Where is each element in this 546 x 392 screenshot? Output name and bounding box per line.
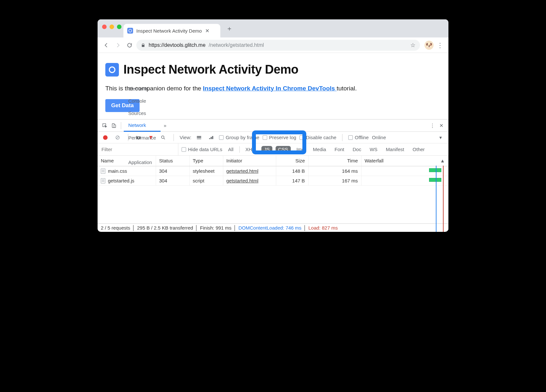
devtools-tab-application[interactable]: Application xyxy=(124,156,161,169)
profile-avatar[interactable]: 🐶 xyxy=(425,41,434,50)
filter-type-xhr[interactable]: XHR xyxy=(243,146,258,153)
status-dcl: DOMContentLoaded: 746 ms xyxy=(238,225,301,231)
status-finish: Finish: 991 ms xyxy=(200,225,232,231)
search-icon[interactable] xyxy=(159,133,168,142)
disable-cache-checkbox[interactable]: Disable cache xyxy=(299,135,336,140)
minimize-window-button[interactable] xyxy=(110,25,114,29)
bookmark-star-icon[interactable]: ☆ xyxy=(410,42,415,49)
network-filter-row: Hide data URLs AllXHRJSCSSImgMediaFontDo… xyxy=(98,143,448,156)
titlebar: Inspect Network Activity Demo ✕ ＋ xyxy=(98,19,448,37)
svg-point-7 xyxy=(138,137,139,138)
filter-type-media[interactable]: Media xyxy=(310,146,329,153)
lock-icon xyxy=(141,43,145,47)
clear-button[interactable] xyxy=(113,133,122,142)
svg-rect-11 xyxy=(197,139,201,139)
inspect-element-icon[interactable] xyxy=(100,121,109,130)
filter-type-ws[interactable]: WS xyxy=(367,146,380,153)
column-status[interactable]: Status xyxy=(156,156,189,166)
devtools-tab-console[interactable]: Console xyxy=(124,95,161,107)
close-window-button[interactable] xyxy=(102,25,107,29)
browser-window: Inspect Network Activity Demo ✕ ＋ https:… xyxy=(98,19,448,232)
svg-point-8 xyxy=(162,136,164,138)
filter-type-manifest[interactable]: Manifest xyxy=(383,146,407,153)
reload-button[interactable] xyxy=(125,40,134,50)
devtools-menu-icon[interactable]: ⋮ xyxy=(428,121,437,130)
svg-rect-4 xyxy=(114,125,116,128)
new-tab-button[interactable]: ＋ xyxy=(224,23,235,34)
window-controls xyxy=(102,25,121,29)
more-tabs-icon[interactable]: » xyxy=(161,121,170,130)
tutorial-link[interactable]: Inspect Network Activity In Chrome DevTo… xyxy=(203,85,337,92)
svg-rect-10 xyxy=(197,137,201,138)
filter-type-css[interactable]: CSS xyxy=(276,146,291,153)
filter-toggle-icon[interactable] xyxy=(146,133,155,142)
browser-tab[interactable]: Inspect Network Activity Demo ✕ xyxy=(123,24,220,37)
column-time[interactable]: Time xyxy=(308,156,361,166)
forward-button[interactable] xyxy=(113,40,123,50)
devtools-tab-elements[interactable]: Elements xyxy=(124,83,161,95)
devtools-tab-network[interactable]: Network xyxy=(124,119,161,132)
status-load: Load: 827 ms xyxy=(309,225,338,231)
capture-screenshots-icon[interactable] xyxy=(134,133,143,142)
filter-type-js[interactable]: JS xyxy=(261,146,272,153)
devtools-tab-sources[interactable]: Sources xyxy=(124,107,161,119)
svg-point-1 xyxy=(109,67,115,72)
page-logo-icon xyxy=(105,63,119,77)
overview-icon[interactable] xyxy=(207,133,216,142)
address-bar[interactable]: https://devtools.glitch.me/network/getst… xyxy=(136,40,420,51)
url-path: /network/getstarted.html xyxy=(209,42,264,48)
devtools-close-icon[interactable]: ✕ xyxy=(437,121,446,130)
view-label: View: xyxy=(180,135,191,140)
browser-toolbar: https://devtools.glitch.me/network/getst… xyxy=(98,37,448,53)
offline-checkbox[interactable]: Offline xyxy=(348,135,369,140)
devtools-panel: ElementsConsoleSourcesNetworkPerformance… xyxy=(98,119,448,232)
svg-rect-13 xyxy=(211,137,212,139)
tab-close-button[interactable]: ✕ xyxy=(205,28,209,34)
file-icon xyxy=(101,178,105,183)
filter-type-img[interactable]: Img xyxy=(294,146,307,153)
tab-favicon-icon xyxy=(127,28,133,34)
large-rows-icon[interactable] xyxy=(194,133,204,142)
svg-rect-12 xyxy=(209,138,210,139)
tab-title: Inspect Network Activity Demo xyxy=(136,28,202,34)
column-type[interactable]: Type xyxy=(189,156,223,166)
svg-rect-9 xyxy=(197,136,201,137)
network-settings-dropdown-icon[interactable]: ▾ xyxy=(436,133,445,142)
devtools-tabstrip: ElementsConsoleSourcesNetworkPerformance… xyxy=(98,119,448,132)
column-waterfall[interactable]: Waterfall▲ xyxy=(361,156,448,166)
hide-data-urls-checkbox[interactable]: Hide data URLs xyxy=(182,147,222,152)
status-transferred: 295 B / 2.5 KB transferred xyxy=(137,225,193,231)
network-controls: View: Group by frame Preserve log Disabl… xyxy=(98,132,448,143)
table-row[interactable]: getstarted.js304scriptgetstarted.html147… xyxy=(98,176,448,185)
svg-rect-14 xyxy=(212,136,213,139)
back-button[interactable] xyxy=(101,40,111,50)
svg-point-0 xyxy=(129,29,132,32)
record-button[interactable] xyxy=(101,133,110,142)
filter-input[interactable] xyxy=(98,143,178,155)
toggle-device-icon[interactable] xyxy=(109,121,118,130)
online-select[interactable]: Online xyxy=(372,135,386,140)
maximize-window-button[interactable] xyxy=(117,25,121,29)
filter-type-doc[interactable]: Doc xyxy=(350,146,364,153)
filter-type-all[interactable]: All xyxy=(226,146,236,153)
group-by-frame-checkbox[interactable]: Group by frame xyxy=(219,135,259,140)
url-host: https://devtools.glitch.me xyxy=(149,42,205,48)
preserve-log-checkbox[interactable]: Preserve log xyxy=(263,135,296,140)
status-requests: 2 / 5 requests xyxy=(101,225,130,231)
chrome-menu-button[interactable]: ⋮ xyxy=(436,41,445,49)
file-icon xyxy=(101,169,105,174)
column-initiator[interactable]: Initiator xyxy=(223,156,276,166)
column-size[interactable]: Size xyxy=(276,156,308,166)
filter-type-other[interactable]: Other xyxy=(410,146,427,153)
filter-type-font[interactable]: Font xyxy=(332,146,347,153)
page-heading: Inspect Network Activity Demo xyxy=(123,63,299,77)
